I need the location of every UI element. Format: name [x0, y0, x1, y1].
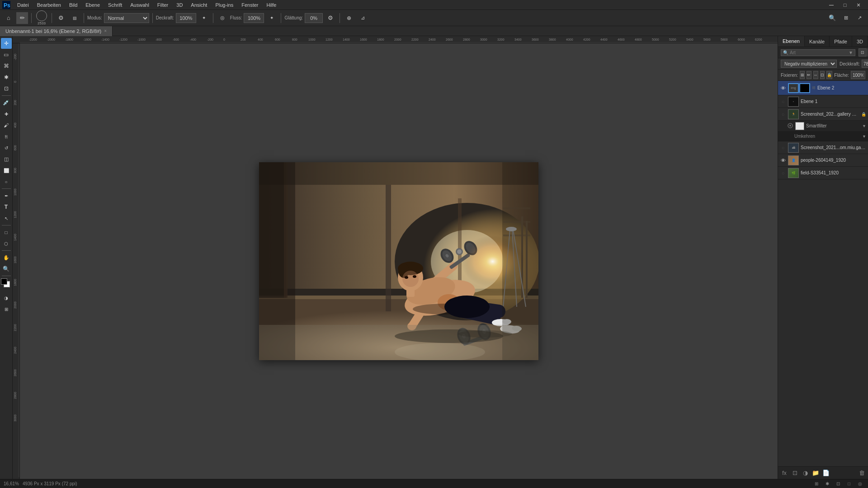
eraser-tool[interactable]: ◫ [1, 154, 12, 164]
new-layer-btn[interactable]: 📄 [821, 469, 830, 478]
menu-ebene[interactable]: Ebene [82, 1, 104, 9]
layer-item-screenshot-miu[interactable]: ○ 🏙 Screenshot_2021...om.miu.gallery [778, 141, 868, 154]
symmetry-btn[interactable]: ⊕ [343, 12, 355, 24]
tab-kanaele[interactable]: Kanäle [805, 36, 830, 47]
hand-tool[interactable]: ✋ [1, 252, 12, 263]
color-swatches[interactable] [1, 278, 12, 291]
menu-auswahl[interactable]: Auswahl [127, 1, 153, 9]
adjustment-btn[interactable]: ◑ [801, 469, 810, 478]
fluss-input[interactable] [244, 13, 264, 23]
move-tool[interactable]: ✛ [1, 38, 12, 49]
menu-schrift[interactable]: Schrift [104, 1, 126, 9]
status-btn3[interactable]: ⊡ [834, 479, 843, 488]
crop-tool[interactable]: ⊡ [1, 83, 12, 94]
minimize-btn[interactable]: ─ [826, 0, 837, 11]
share-btn[interactable]: ↗ [854, 12, 865, 24]
blend-mode-select[interactable]: Negativ multiplizieren [781, 60, 837, 68]
lock-transparent-btn[interactable]: ⊞ [800, 71, 805, 79]
pen-tool[interactable]: ✒ [1, 190, 12, 201]
pixel-filter-btn[interactable]: ⊡ [859, 48, 867, 56]
mode-select[interactable]: Normal [104, 13, 149, 23]
glaettung-input[interactable] [305, 13, 323, 23]
status-btn1[interactable]: ⊞ [812, 479, 821, 488]
delete-layer-btn[interactable]: 🗑 [857, 469, 866, 478]
visibility-ebene2[interactable]: 👁 [780, 85, 786, 91]
document-tab[interactable]: Unbenannt-1 bei 16,6% (Ebene 2, RGB/8#) … [0, 26, 113, 36]
tab-3d[interactable]: 3D [852, 36, 868, 47]
airbrush-btn[interactable]: ◎ [217, 12, 228, 24]
layer-item-field[interactable]: ○ 🌿 field-S33541_1920 [778, 167, 868, 179]
workspaces-btn[interactable]: ⊞ [840, 12, 852, 24]
home-tool-btn[interactable]: ⌂ [3, 12, 14, 24]
close-btn[interactable]: × [853, 0, 864, 11]
menu-plugins[interactable]: Plug-ins [212, 1, 237, 9]
layer-item-smartfilter[interactable]: Smartfilter ▼ [778, 121, 868, 131]
menu-ansicht[interactable]: Ansicht [187, 1, 211, 9]
3d-tool[interactable]: ⬡ [1, 238, 12, 249]
lock-all-btn[interactable]: 🔒 [826, 71, 832, 79]
fluss-pressure-btn[interactable]: ✦ [266, 12, 278, 24]
lasso-tool[interactable]: ⌘ [1, 61, 12, 71]
brush-tool-btn[interactable]: ✏ [16, 12, 28, 24]
deckkraft-pressure-btn[interactable]: ✦ [198, 12, 210, 24]
path-select-tool[interactable]: ↖ [1, 213, 12, 224]
smartfilter-expand[interactable]: ▼ [862, 124, 866, 128]
tab-close-btn[interactable]: × [104, 28, 107, 33]
search-btn[interactable]: 🔍 [826, 12, 838, 24]
menu-hilfe[interactable]: Hilfe [263, 1, 280, 9]
lock-position-btn[interactable]: ↔ [813, 71, 818, 79]
layer-item-people[interactable]: 👁 👤 people-2604149_1920 [778, 154, 868, 167]
opacity-input[interactable] [862, 60, 868, 68]
visibility-screenshot-miu[interactable]: ○ [780, 145, 786, 151]
marquee-tool[interactable]: ▭ [1, 49, 12, 60]
menu-fenster[interactable]: Fenster [238, 1, 262, 9]
maximize-btn[interactable]: □ [839, 0, 851, 11]
menu-3d[interactable]: 3D [173, 1, 186, 9]
lock-artboard-btn[interactable]: ⊡ [820, 71, 825, 79]
fill-input[interactable] [851, 71, 865, 79]
visibility-people[interactable]: 👁 [780, 157, 786, 164]
layers-search-input[interactable] [790, 50, 847, 55]
status-btn5[interactable]: ◎ [855, 479, 864, 488]
layer-item-ebene2[interactable]: 👁 img ⛓ Ebene 2 [778, 81, 868, 95]
layer-item-umkehren[interactable]: Umkehren ▼ [778, 131, 868, 141]
gradient-tool[interactable]: ⬜ [1, 165, 12, 176]
brush-presets-btn[interactable]: ▤ [69, 12, 80, 24]
screen-mode-btn[interactable]: ⊞ [1, 304, 12, 314]
tab-ebenen[interactable]: Ebenen [778, 36, 805, 47]
menu-datei[interactable]: Datei [14, 1, 33, 9]
zoom-tool[interactable]: 🔍 [1, 263, 12, 274]
menu-bild[interactable]: Bild [66, 1, 81, 9]
layer-item-ebene1[interactable]: ○ ▪ Ebene 1 [778, 95, 868, 108]
layer-item-screenshot-kopie[interactable]: ○ 🏃 Screenshot_202...gallery Kopie 🔒 [778, 108, 868, 121]
menu-filter[interactable]: Filter [154, 1, 172, 9]
heal-tool[interactable]: ✚ [1, 108, 12, 119]
add-mask-btn[interactable]: ⊡ [790, 469, 799, 478]
angle-btn[interactable]: ⊿ [357, 12, 368, 24]
visibility-screenshot-kopie[interactable]: ○ [780, 111, 786, 117]
clone-tool[interactable]: ⎘ [1, 131, 12, 142]
brush-size-preview[interactable] [36, 10, 47, 21]
quick-mask-btn[interactable]: ◑ [1, 292, 12, 303]
status-btn4[interactable]: □ [844, 479, 854, 488]
dodge-tool[interactable]: ○ [1, 176, 12, 187]
brush-settings-btn[interactable]: ⚙ [55, 12, 67, 24]
tab-pfade[interactable]: Pfade [830, 36, 852, 47]
add-fx-btn[interactable]: fx [780, 469, 789, 478]
lock-image-btn[interactable]: ✏ [807, 71, 811, 79]
glaettung-settings-btn[interactable]: ⚙ [325, 12, 336, 24]
quick-select-tool[interactable]: ✱ [1, 72, 12, 83]
deckkraft-input[interactable] [176, 13, 196, 23]
foreground-color[interactable] [1, 278, 7, 285]
menu-bearbeiten[interactable]: Bearbeiten [33, 1, 65, 9]
eyedropper-tool[interactable]: 💉 [1, 97, 12, 108]
canvas-scroll[interactable] [20, 43, 778, 479]
status-btn2[interactable]: ✱ [823, 479, 832, 488]
visibility-field[interactable]: ○ [780, 170, 786, 176]
type-tool[interactable]: T [1, 202, 12, 212]
history-brush-tool[interactable]: ↺ [1, 142, 12, 153]
shape-tool[interactable]: □ [1, 227, 12, 238]
visibility-ebene1[interactable]: ○ [780, 99, 786, 105]
new-group-btn[interactable]: 📁 [811, 469, 820, 478]
brush-tool[interactable]: 🖌 [1, 120, 12, 131]
